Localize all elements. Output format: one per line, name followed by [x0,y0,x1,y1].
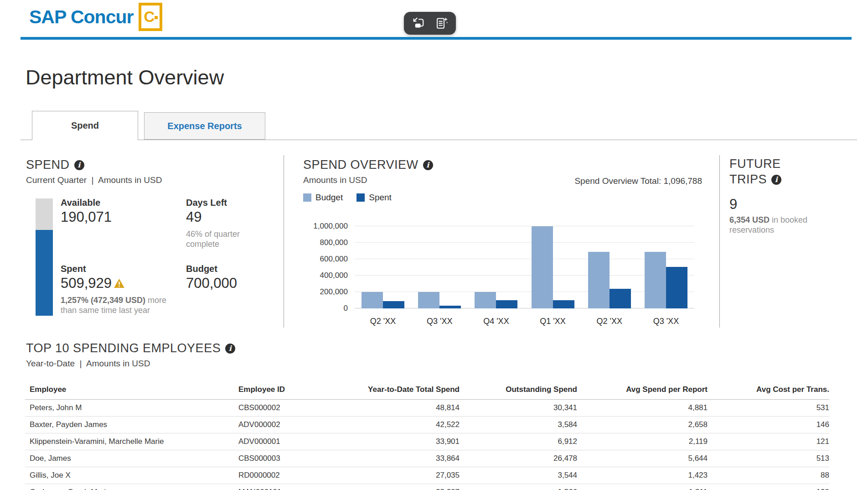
top10-table: EmployeeEmployee IDYear-to-Date Total Sp… [25,382,829,490]
sap-concur-logo: SAP Concur C [29,3,162,31]
table-cell: MAN000101 [238,484,348,490]
info-icon[interactable]: i [771,175,781,185]
info-icon[interactable]: i [423,160,433,170]
table-cell: RD0000002 [238,467,348,484]
budget-bar [532,226,553,308]
legend-swatch [356,193,365,202]
ai-summary-icon[interactable] [435,16,449,30]
table-row: Gerleman, Sarah MarieMAN00010122,2871,56… [25,484,829,490]
employee-name-cell: Peters, John M [25,400,238,417]
available-label: Available [61,198,100,208]
table-row: Peters, John MCBS00000248,81430,3414,881… [25,400,829,417]
budget-label: Budget [186,264,217,274]
available-segment [36,198,53,230]
section-divider [284,155,284,328]
table-cell: 3,584 [460,417,577,433]
legend-swatch [303,193,311,202]
table-cell: 1,423 [577,467,708,484]
spend-subtitle: Current Quarter | Amounts in USD [26,175,162,185]
table-cell: 88 [708,467,829,484]
table-cell: 1,311 [577,484,708,490]
table-row: Gillis, Joe XRD000000227,0353,5441,42388 [25,467,829,484]
table-row: Doe, JamesCBS00000333,86426,4785,644513 [25,450,829,467]
table-cell: 121 [708,433,829,450]
employee-name-cell: Baxter, Payden James [25,417,238,433]
employee-name-cell: Doe, James [25,450,238,467]
x-tick-label: Q4 'XX [468,317,524,326]
available-value: 190,071 [61,209,112,225]
tab-expense-reports[interactable]: Expense Reports [144,112,265,140]
table-row: Baxter, Payden JamesADV00000242,5223,584… [25,417,829,433]
future-trips-count: 9 [729,196,737,213]
column-header: Year-to-Date Total Spend [348,382,460,400]
budget-bar [475,292,496,308]
table-cell: 33,901 [348,433,460,450]
employee-name-cell: Gillis, Joe X [25,467,238,484]
bar-group [525,226,581,308]
header-divider [21,37,852,40]
spend-overview-chart: 0200,000400,000600,000800,0001,000,000Q2… [303,210,709,329]
brand-text: SAP Concur [29,6,133,28]
spent-value: 509,929 [61,275,125,292]
column-header: Outstanding Spend [460,382,577,400]
employee-name-cell: Gerleman, Sarah Marie [25,484,238,490]
section-divider [719,155,720,328]
chart-plot [355,226,694,308]
spend-section-title: SPEND i [26,158,84,172]
table-cell: 42,522 [348,417,460,433]
bar-group [581,226,638,308]
table-cell: 2,658 [577,417,708,433]
y-tick-label: 600,000 [303,255,348,264]
bar-group [355,226,411,308]
legend-label: Spent [369,193,392,203]
extension-overlay-toolbar [404,12,456,35]
spend-overview-title: SPEND OVERVIEW i [303,158,433,172]
table-cell: 33,864 [348,450,460,467]
days-left-note: 46% of quarter complete [186,229,249,250]
x-tick-label: Q2 'XX [581,317,638,326]
spent-note: 1,257% (472,349 USD) more than same time… [61,296,178,316]
tab-spend[interactable]: Spend [32,111,138,140]
chart-legend: BudgetSpent [303,193,392,203]
column-header: Employee [25,382,238,400]
legend-budget: Budget [303,193,343,203]
table-cell: 513 [708,450,829,467]
x-tick-label: Q3 'XX [411,317,468,326]
y-tick-label: 200,000 [303,287,348,297]
table-cell: 30,341 [460,400,577,417]
spent-bar [666,267,687,308]
table-cell: 531 [708,400,829,417]
table-cell: 3,544 [460,467,577,484]
budget-usage-bar [36,198,53,316]
column-header: Avg Spend per Report [577,382,708,400]
tab-spend-label: Spend [71,120,99,131]
tab-baseline [21,140,857,140]
column-header: Employee ID [238,382,348,400]
table-cell: 5,644 [577,450,708,467]
table-cell: 27,035 [348,467,460,484]
spent-bar [496,300,517,308]
future-trips-note: 6,354 USD in booked reservations [729,215,816,235]
y-tick-label: 800,000 [303,238,348,247]
top10-subtitle: Year-to-Date | Amounts in USD [26,359,150,369]
y-tick-label: 400,000 [303,271,348,280]
budget-bar [645,252,666,308]
legend-label: Budget [315,193,343,203]
info-icon[interactable]: i [74,160,84,170]
tab-expense-reports-label: Expense Reports [167,121,242,131]
info-icon[interactable]: i [225,344,235,354]
pip-collapse-icon[interactable] [411,16,425,30]
spent-label: Spent [61,264,86,274]
column-header: Avg Cost per Trans. [708,382,829,400]
top10-title: TOP 10 SPENDING EMPLOYEES i [26,341,235,355]
table-cell: 1,566 [460,484,577,490]
table-cell: ADV000001 [238,433,348,450]
days-left-label: Days Left [186,198,227,208]
x-tick-label: Q1 'XX [525,317,581,326]
warning-icon[interactable] [114,278,125,288]
legend-spent: Spent [356,193,392,203]
spent-bar [553,300,574,308]
table-cell: 120 [708,484,829,490]
x-tick-label: Q2 'XX [355,317,411,326]
table-header-row: EmployeeEmployee IDYear-to-Date Total Sp… [25,382,829,400]
